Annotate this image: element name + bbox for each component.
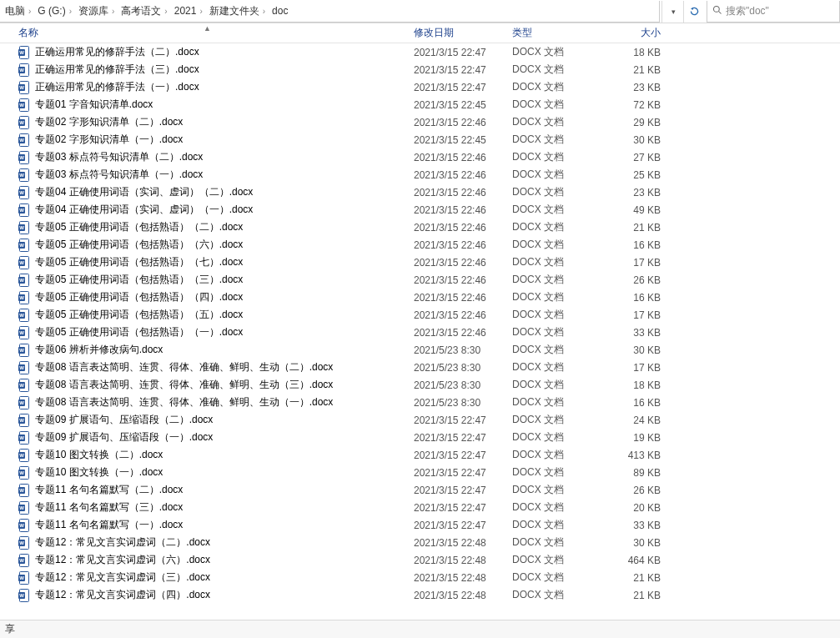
file-type-cell: DOCX 文档 [506,518,602,532]
file-type-cell: DOCX 文档 [506,430,602,445]
file-row[interactable]: W专题05 正确使用词语（包括熟语）（一）.docx2021/3/15 22:4… [0,324,840,341]
docx-file-icon: W [18,326,30,339]
file-row[interactable]: W专题11 名句名篇默写（一）.docx2021/3/15 22:47DOCX … [0,516,840,534]
file-date-cell: 2021/3/15 22:47 [407,467,506,479]
file-size-cell: 30 KB [602,537,676,549]
file-row[interactable]: W专题06 辨析并修改病句.docx2021/5/23 8:30DOCX 文档3… [0,341,840,359]
file-row[interactable]: W专题05 正确使用词语（包括熟语）（五）.docx2021/3/15 22:4… [0,306,840,324]
file-row[interactable]: W专题11 名句名篇默写（二）.docx2021/3/15 22:47DOCX … [0,481,840,499]
file-size-cell: 413 KB [602,450,676,461]
breadcrumb-item[interactable]: G (G:)› [36,5,77,17]
file-row[interactable]: W专题01 字音知识清单.docx2021/3/15 22:45DOCX 文档7… [0,96,840,113]
file-name-label: 专题06 辨析并修改病句.docx [35,343,163,357]
file-row[interactable]: W专题09 扩展语句、压缩语段（二）.docx2021/3/15 22:47DO… [0,411,840,429]
file-size-cell: 19 KB [602,432,676,444]
file-date-cell: 2021/3/15 22:46 [407,239,506,251]
file-name-cell: W专题03 标点符号知识清单（二）.docx [0,150,407,164]
file-row[interactable]: W专题11 名句名篇默写（三）.docx2021/3/15 22:47DOCX … [0,499,840,516]
file-row[interactable]: W专题12：常见文言实词虚词（二）.docx2021/3/15 22:48DOC… [0,534,840,551]
file-row[interactable]: W专题02 字形知识清单（一）.docx2021/3/15 22:45DOCX … [0,131,840,148]
file-date-cell: 2021/3/15 22:45 [407,99,506,111]
file-size-cell: 25 KB [602,169,676,181]
svg-text:W: W [19,190,24,195]
svg-text:W: W [19,278,24,283]
docx-file-icon: W [18,396,30,409]
docx-file-icon: W [18,46,30,59]
docx-file-icon: W [18,239,30,252]
file-row[interactable]: W专题10 图文转换（一）.docx2021/3/15 22:47DOCX 文档… [0,464,840,481]
breadcrumb-item[interactable]: 电脑› [3,4,36,18]
file-type-cell: DOCX 文档 [506,378,602,392]
breadcrumb-label: 电脑 [5,4,25,18]
refresh-button[interactable] [683,1,705,23]
column-headers: ▲ 名称 修改日期 类型 大小 [0,23,840,43]
file-row[interactable]: W专题05 正确使用词语（包括熟语）（四）.docx2021/3/15 22:4… [0,289,840,306]
file-row[interactable]: W专题08 语言表达简明、连贯、得体、准确、鲜明、生动（二）.docx2021/… [0,359,840,376]
file-row[interactable]: W专题03 标点符号知识清单（二）.docx2021/3/15 22:46DOC… [0,148,840,166]
breadcrumb-label: doc [272,5,288,17]
breadcrumb-item[interactable]: 新建文件夹› [208,4,270,18]
file-date-cell: 2021/3/15 22:45 [407,134,506,146]
file-row[interactable]: W专题04 正确使用词语（实词、虚词）（一）.docx2021/3/15 22:… [0,201,840,219]
breadcrumb-item[interactable]: 2021› [173,5,208,17]
file-name-label: 专题12：常见文言实词虚词（二）.docx [35,535,210,550]
file-name-cell: W专题05 正确使用词语（包括熟语）（五）.docx [0,308,407,322]
file-type-cell: DOCX 文档 [506,395,602,409]
column-header-date[interactable]: 修改日期 [407,23,506,43]
file-name-cell: W专题04 正确使用词语（实词、虚词）（一）.docx [0,203,407,217]
svg-text:W: W [19,330,24,335]
docx-file-icon: W [18,221,30,234]
file-name-label: 专题02 字形知识清单（一）.docx [35,133,183,147]
breadcrumb[interactable]: 电脑›G (G:)›资源库›高考语文›2021›新建文件夹›doc [0,1,660,23]
file-row[interactable]: W专题10 图文转换（二）.docx2021/3/15 22:47DOCX 文档… [0,446,840,464]
file-name-label: 专题11 名句名篇默写（二）.docx [35,483,183,497]
file-name-label: 正确运用常见的修辞手法（一）.docx [35,80,199,94]
docx-file-icon: W [18,256,30,269]
breadcrumb-label: 新建文件夹 [209,4,259,18]
breadcrumb-item[interactable]: 资源库› [77,4,119,18]
file-row[interactable]: W专题08 语言表达简明、连贯、得体、准确、鲜明、生动（一）.docx2021/… [0,394,840,411]
file-row[interactable]: W专题05 正确使用词语（包括熟语）（六）.docx2021/3/15 22:4… [0,236,840,254]
file-date-cell: 2021/5/23 8:30 [407,344,506,356]
docx-file-icon: W [18,571,30,585]
file-row[interactable]: W正确运用常见的修辞手法（二）.docx2021/3/15 22:47DOCX … [0,43,840,61]
file-row[interactable]: W专题12：常见文言实词虚词（六）.docx2021/3/15 22:48DOC… [0,551,840,569]
file-row[interactable]: W专题05 正确使用词语（包括熟语）（七）.docx2021/3/15 22:4… [0,254,840,271]
file-row[interactable]: W专题05 正确使用词语（包括熟语）（二）.docx2021/3/15 22:4… [0,219,840,236]
file-size-cell: 18 KB [602,379,676,391]
docx-file-icon: W [18,536,30,550]
breadcrumb-item[interactable]: doc [270,5,289,17]
file-date-cell: 2021/3/15 22:47 [407,520,506,531]
file-type-cell: DOCX 文档 [506,203,602,217]
file-type-cell: DOCX 文档 [506,220,602,234]
file-date-cell: 2021/3/15 22:46 [407,309,506,321]
column-header-size[interactable]: 大小 [602,23,676,43]
file-row[interactable]: W专题12：常见文言实词虚词（四）.docx2021/3/15 22:48DOC… [0,586,840,604]
status-share-label[interactable]: 享 [5,622,15,636]
file-type-cell: DOCX 文档 [506,255,602,269]
file-row[interactable]: W专题05 正确使用词语（包括熟语）（三）.docx2021/3/15 22:4… [0,271,840,289]
breadcrumb-item[interactable]: 高考语文› [119,4,172,18]
file-row[interactable]: W专题12：常见文言实词虚词（三）.docx2021/3/15 22:48DOC… [0,569,840,586]
file-row[interactable]: W专题09 扩展语句、压缩语段（一）.docx2021/3/15 22:47DO… [0,429,840,446]
file-row[interactable]: W正确运用常见的修辞手法（三）.docx2021/3/15 22:47DOCX … [0,61,840,78]
file-name-label: 正确运用常见的修辞手法（三）.docx [35,63,199,77]
file-row[interactable]: W专题03 标点符号知识清单（一）.docx2021/3/15 22:46DOC… [0,166,840,183]
search-input[interactable]: 搜索"doc" [707,1,840,23]
file-row[interactable]: W专题04 正确使用词语（实词、虚词）（二）.docx2021/3/15 22:… [0,183,840,201]
column-header-type[interactable]: 类型 [506,23,602,43]
file-name-cell: W专题05 正确使用词语（包括熟语）（二）.docx [0,220,407,234]
address-dropdown-button[interactable]: ▾ [661,1,683,23]
file-row[interactable]: W正确运用常见的修辞手法（一）.docx2021/3/15 22:47DOCX … [0,78,840,96]
svg-point-0 [714,6,720,12]
address-controls: ▾ [661,1,705,23]
file-row[interactable]: W专题08 语言表达简明、连贯、得体、准确、鲜明、生动（三）.docx2021/… [0,376,840,394]
file-name-label: 专题01 字音知识清单.docx [35,98,153,112]
file-size-cell: 17 KB [602,362,676,374]
file-name-label: 专题10 图文转换（二）.docx [35,448,163,462]
docx-file-icon: W [18,554,30,567]
file-date-cell: 2021/3/15 22:47 [407,502,506,514]
file-size-cell: 16 KB [602,397,676,409]
file-row[interactable]: W专题02 字形知识清单（二）.docx2021/3/15 22:46DOCX … [0,113,840,131]
file-name-cell: W专题11 名句名篇默写（二）.docx [0,483,407,497]
